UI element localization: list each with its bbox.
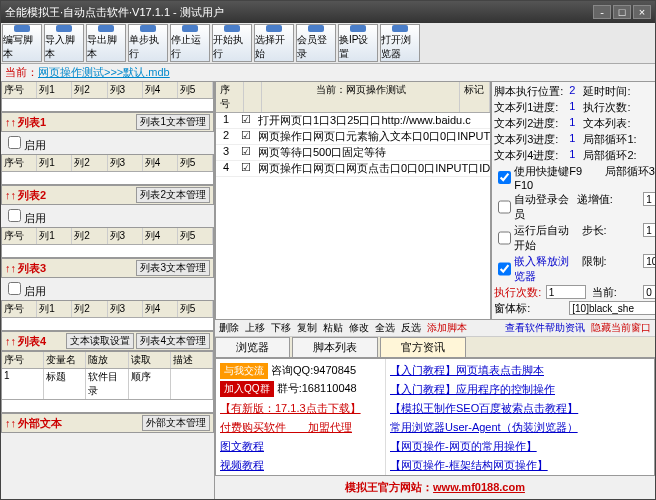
script-empty[interactable] xyxy=(216,177,490,237)
side-label2: 文本列表: xyxy=(583,116,655,131)
section-btn1[interactable]: 文本读取设置 xyxy=(66,333,134,349)
info-link2-5[interactable]: 【网页操作-框架结构网页操作】 xyxy=(390,458,650,473)
input-cur[interactable] xyxy=(643,285,655,299)
cmd-0[interactable]: 删除 xyxy=(219,321,239,335)
info-link2-1[interactable]: 【入门教程】应用程序的控制操作 xyxy=(390,382,650,397)
toolbar-btn-2[interactable]: 导出脚本 xyxy=(86,24,126,62)
toolbar-label: 换IP设置 xyxy=(339,33,377,61)
section-btn[interactable]: 外部文本管理 xyxy=(142,415,210,431)
toolbar-label: 打开浏览器 xyxy=(381,33,419,61)
script-row[interactable]: 1☑打开网页口1口3口25口口http://www.baidu.c xyxy=(216,113,490,129)
chk-autostart[interactable] xyxy=(498,226,511,250)
toolbar-btn-8[interactable]: 换IP设置 xyxy=(338,24,378,62)
script-row[interactable]: 2☑网页操作口网页口元素输入文本口0口0口INPUT xyxy=(216,129,490,145)
cmd2-1[interactable]: 隐藏当前窗口 xyxy=(591,321,651,335)
toolbar-btn-7[interactable]: 会员登录 xyxy=(296,24,336,62)
section-btn[interactable]: 列表1文本管理 xyxy=(136,114,210,130)
window-title: 全能模拟王·自动点击软件·V17.1.1 - 测试用户 xyxy=(5,5,591,20)
script-area: 序号 当前：网页操作测试 标记 1☑打开网页口1口3口25口口http://ww… xyxy=(215,81,491,320)
side-label2: 执行次数: xyxy=(583,100,655,115)
info-link2-4[interactable]: 【网页操作-网页的常用操作】 xyxy=(390,439,650,454)
info-link1-0[interactable]: 付费购买软件 加盟代理 xyxy=(220,420,381,435)
toolbar-label: 导出脚本 xyxy=(87,33,125,61)
cmd-4[interactable]: 粘贴 xyxy=(323,321,343,335)
section-btn[interactable]: 列表3文本管理 xyxy=(136,260,210,276)
qq-badge[interactable]: 与我交流 xyxy=(220,363,268,379)
cell[interactable]: 1 xyxy=(2,369,44,399)
info-link2-3[interactable]: 常用浏览器User-Agent（伪装浏览器） xyxy=(390,420,650,435)
toolbar-btn-4[interactable]: 停止运行 xyxy=(170,24,210,62)
script-row[interactable]: 3☑网页等待口500口固定等待 xyxy=(216,145,490,161)
toolbar-btn-3[interactable]: 单步执行 xyxy=(128,24,168,62)
chk-autologin[interactable] xyxy=(498,195,511,219)
cmd-6[interactable]: 全选 xyxy=(375,321,395,335)
info-link2-0[interactable]: 【入门教程】网页填表点击脚本 xyxy=(390,363,650,378)
tab-browser[interactable]: 浏览器 xyxy=(215,337,290,357)
side-label: 脚本执行位置: xyxy=(494,84,569,99)
chk-hotkey[interactable] xyxy=(498,167,511,188)
input-win[interactable] xyxy=(569,301,655,315)
cmd-1[interactable]: 上移 xyxy=(245,321,265,335)
status-link[interactable]: 网页操作测试>>>默认.mdb xyxy=(38,66,170,78)
section-head-3: ↑↑列表4文本读取设置列表4文本管理 xyxy=(1,331,214,351)
row-check[interactable]: ☑ xyxy=(236,129,256,144)
col-header: 序号 xyxy=(2,155,37,171)
toolbar-btn-9[interactable]: 打开浏览器 xyxy=(380,24,420,62)
enable-checkbox[interactable] xyxy=(8,282,21,295)
chk-embed[interactable] xyxy=(498,257,511,281)
cmd-8[interactable]: 添加脚本 xyxy=(427,321,467,335)
toolbar-btn-6[interactable]: 选择开始 xyxy=(254,24,294,62)
toolbar-btn-0[interactable]: 编写脚本 xyxy=(2,24,42,62)
side-value: 1 xyxy=(569,116,575,131)
section-btn[interactable]: 列表2文本管理 xyxy=(136,187,210,203)
col-header: 列5 xyxy=(178,155,213,171)
cmd-2[interactable]: 下移 xyxy=(271,321,291,335)
section-btn2[interactable]: 列表4文本管理 xyxy=(136,333,210,349)
close-button[interactable]: × xyxy=(633,5,651,19)
grid-body[interactable] xyxy=(2,245,213,257)
info-link1-2[interactable]: 视频教程 xyxy=(220,458,381,473)
tab-official[interactable]: 官方资讯 xyxy=(380,337,466,357)
new-version-link[interactable]: 【有新版：17.1.3点击下载】 xyxy=(220,401,381,416)
cell[interactable]: 软件目录 xyxy=(86,369,128,399)
toolbar-btn-5[interactable]: 开始执行 xyxy=(212,24,252,62)
script-row[interactable]: 4☑网页操作口网页口网页点击口0口0口INPUT口ID xyxy=(216,161,490,177)
cmd-7[interactable]: 反选 xyxy=(401,321,421,335)
grid-body[interactable] xyxy=(2,318,213,330)
side-label: 文本列3进度: xyxy=(494,132,569,147)
minimize-button[interactable]: - xyxy=(593,5,611,19)
section-head-2: ↑↑列表3列表3文本管理 xyxy=(1,258,214,278)
input-inc[interactable] xyxy=(643,192,655,206)
enable-label: 启用 xyxy=(24,139,46,151)
enable-label: 启用 xyxy=(24,212,46,224)
footer-url[interactable]: www.mf0188.com xyxy=(433,481,525,493)
tab-scripts[interactable]: 脚本列表 xyxy=(292,337,378,357)
arrows-icon: ↑↑ xyxy=(5,116,16,128)
cmd-5[interactable]: 修改 xyxy=(349,321,369,335)
maximize-button[interactable]: □ xyxy=(613,5,631,19)
row-text: 打开网页口1口3口25口口http://www.baidu.c xyxy=(256,113,490,128)
enable-checkbox[interactable] xyxy=(8,136,21,149)
grid-body[interactable] xyxy=(2,99,213,111)
cmd-3[interactable]: 复制 xyxy=(297,321,317,335)
input-limit[interactable] xyxy=(643,254,655,268)
row-check[interactable]: ☑ xyxy=(236,161,256,176)
cell[interactable]: 顺序 xyxy=(129,369,171,399)
section-grid-0: 序号列1列2列3列4列5 xyxy=(1,154,214,185)
toolbar-icon xyxy=(224,25,240,32)
cmd2-0[interactable]: 查看软件帮助资讯 xyxy=(505,321,585,335)
side-value: 1 xyxy=(569,100,575,115)
enable-checkbox[interactable] xyxy=(8,209,21,222)
info-link1-1[interactable]: 图文教程 xyxy=(220,439,381,454)
grid-body[interactable] xyxy=(2,400,213,412)
qqgroup-badge[interactable]: 加入QQ群 xyxy=(220,381,274,397)
grid-body[interactable] xyxy=(2,172,213,184)
toolbar-btn-1[interactable]: 导入脚本 xyxy=(44,24,84,62)
cell[interactable]: 标题 xyxy=(44,369,86,399)
input-step[interactable] xyxy=(643,223,655,237)
info-link2-2[interactable]: 【模拟王制作SEO百度被索点击教程】 xyxy=(390,401,650,416)
cell[interactable] xyxy=(171,369,213,399)
row-check[interactable]: ☑ xyxy=(236,113,256,128)
row-check[interactable]: ☑ xyxy=(236,145,256,160)
input-exec[interactable] xyxy=(546,285,586,299)
